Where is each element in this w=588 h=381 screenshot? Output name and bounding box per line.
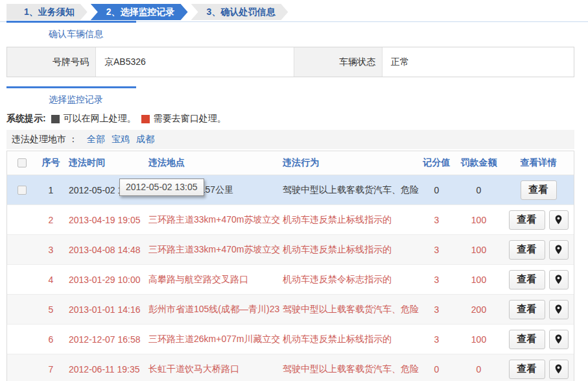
table-row: 5 2013-01-01 14:16 彭州市省道105线(成都—青川)23k..… [7, 295, 574, 325]
row-checkbox[interactable] [18, 186, 27, 195]
step-2-select-records[interactable]: 2、选择监控记录 [91, 4, 188, 20]
cell-time: 2012-06-11 19:35 [65, 364, 145, 375]
step-3-confirm-penalty[interactable]: 3、确认处罚信息 [191, 4, 288, 20]
table-row: 7 2012-06-11 19:35 长虹干道饮马大桥路口 驾驶中型以上载客载货… [7, 354, 574, 381]
cell-seq: 7 [36, 364, 65, 375]
view-button[interactable]: 查看 [509, 270, 545, 289]
cell-points: 3 [419, 245, 454, 255]
header-time: 违法时间 [65, 157, 145, 169]
cell-fine: 100 [454, 245, 503, 255]
red-square-icon [141, 115, 150, 123]
map-pin-icon [554, 245, 563, 254]
view-button[interactable]: 查看 [521, 180, 557, 200]
plate-number-value: 京AB5326 [96, 47, 294, 77]
table-row: 2 2013-04-19 19:05 三环路主道33km+470m苏坡立交...… [7, 205, 574, 235]
cell-points: 0 [419, 364, 454, 375]
cell-seq: 4 [36, 275, 65, 285]
cell-behavior: 机动车违反禁止标线指示的 [279, 214, 419, 226]
view-button[interactable]: 查看 [509, 210, 545, 230]
section-underline [6, 21, 136, 23]
cell-location: 长虹干道饮马大桥路口 [145, 363, 279, 375]
cell-fine: 100 [454, 275, 503, 285]
cell-location: 三环路主道33km+470m苏坡立交... [145, 244, 279, 256]
view-button[interactable]: 查看 [509, 360, 545, 379]
cell-points: 3 [419, 304, 454, 315]
city-filter-baoji[interactable]: 宝鸡 [112, 134, 130, 145]
city-filter-chengdu[interactable]: 成都 [136, 134, 154, 145]
map-pin-button[interactable] [549, 210, 569, 230]
table-row: 6 2012-12-07 16:58 三环路主道26km+077m川藏立交...… [7, 325, 574, 354]
table-row: 3 2013-04-08 14:48 三环路主道33km+470m苏坡立交...… [7, 235, 574, 265]
monitor-section-title: 选择监控记录 [0, 88, 588, 112]
vehicle-status-label: 车辆状态 [294, 47, 382, 77]
header-points: 记分值 [419, 157, 454, 169]
cell-behavior: 机动车违反禁止标线指示的 [279, 244, 419, 256]
violations-table: 序号 违法时间 违法地点 违法行为 记分值 罚款金额 查看详情 1 2012-0… [6, 151, 574, 381]
table-row: 1 2012-05-02 1 2157公里 驾驶中型以上载客载货汽车、危险...… [7, 175, 574, 205]
view-button[interactable]: 查看 [509, 240, 545, 260]
section-underline [6, 86, 136, 88]
window-process-hint: 需要去窗口处理。 [154, 113, 226, 125]
time-tooltip: 2012-05-02 13:05 [119, 178, 204, 196]
header-behavior: 违法行为 [279, 157, 419, 169]
city-filter-label: 违法处理地市 ： [12, 134, 78, 145]
cell-location: 三环路主道26km+077m川藏立交... [145, 334, 279, 345]
map-pin-icon [554, 275, 563, 284]
map-pin-icon [554, 215, 563, 225]
cell-fine: 0 [454, 364, 503, 375]
cell-seq: 1 [36, 185, 65, 195]
cell-behavior: 驾驶中型以上载客载货汽车、危险... [279, 363, 419, 375]
cell-time: 2013-04-08 14:48 [65, 245, 145, 255]
cell-fine: 200 [454, 304, 503, 315]
map-pin-button[interactable] [549, 330, 569, 349]
cell-time: 2013-04-19 19:05 [65, 215, 145, 225]
map-pin-icon [554, 334, 563, 344]
map-pin-icon [554, 304, 563, 314]
system-hint-row: 系统提示: 可以在网上处理。 需要去窗口处理。 [0, 112, 588, 130]
plate-number-label: 号牌号码 [7, 47, 96, 77]
cell-behavior: 机动车违反禁止标线指示的 [279, 334, 419, 345]
city-filter-all[interactable]: 全部 [87, 134, 105, 145]
vehicle-status-value: 正常 [382, 47, 574, 77]
cell-time: 2013-01-01 14:16 [65, 304, 145, 315]
cell-fine: 100 [454, 215, 503, 225]
step-wizard: 1、业务须知 2、选择监控记录 3、确认处罚信息 [0, 0, 588, 22]
cell-location: 彭州市省道105线(成都—青川)23k... [145, 304, 279, 315]
cell-seq: 6 [36, 334, 65, 345]
step-1-business-notice[interactable]: 1、业务须知 [6, 4, 88, 20]
system-hint-label: 系统提示: [6, 113, 46, 125]
vehicle-section-title: 确认车辆信息 [0, 23, 588, 47]
city-filter-bar: 违法处理地市 ： 全部 宝鸡 成都 [6, 130, 574, 149]
view-button[interactable]: 查看 [509, 300, 545, 319]
vehicle-info-table: 号牌号码 京AB5326 车辆状态 正常 [6, 47, 574, 77]
cell-location: 三环路主道33km+470m苏坡立交... [145, 214, 279, 226]
cell-seq: 5 [36, 304, 65, 315]
map-pin-button[interactable] [549, 360, 569, 379]
cell-fine: 0 [454, 185, 503, 195]
cell-seq: 3 [36, 245, 65, 255]
cell-location: 高攀路与航空路交叉路口 [145, 274, 279, 286]
cell-behavior: 驾驶中型以上载客载货汽车、危险... [279, 304, 419, 315]
cell-behavior: 机动车违反禁令标志指示的 [279, 274, 419, 286]
online-process-hint: 可以在网上处理。 [64, 113, 136, 125]
header-location: 违法地点 [145, 157, 279, 169]
cell-points: 3 [419, 215, 454, 225]
table-row: 4 2013-01-29 10:00 高攀路与航空路交叉路口 机动车违反禁令标志… [7, 265, 574, 295]
map-pin-button[interactable] [549, 240, 569, 260]
cell-points: 3 [419, 275, 454, 285]
header-seq: 序号 [36, 157, 65, 169]
cell-points: 0 [419, 185, 454, 195]
view-button[interactable]: 查看 [509, 330, 545, 349]
cell-time: 2013-01-29 10:00 [65, 275, 145, 285]
select-all-checkbox[interactable] [18, 158, 27, 167]
header-fine: 罚款金额 [454, 157, 503, 169]
cell-time: 2012-12-07 16:58 [65, 334, 145, 345]
header-view-detail: 查看详情 [503, 157, 574, 169]
dark-square-icon [51, 115, 60, 123]
table-header-row: 序号 违法时间 违法地点 违法行为 记分值 罚款金额 查看详情 [7, 151, 574, 175]
map-pin-button[interactable] [549, 300, 569, 319]
map-pin-button[interactable] [549, 270, 569, 289]
cell-points: 3 [419, 334, 454, 345]
map-pin-icon [554, 364, 563, 374]
cell-behavior: 驾驶中型以上载客载货汽车、危险... [279, 184, 419, 196]
